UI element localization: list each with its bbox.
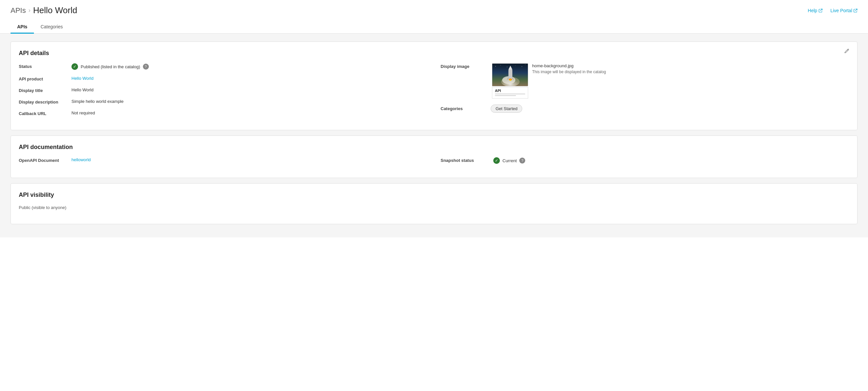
- breadcrumb-separator: ›: [28, 7, 30, 14]
- tabs-bar: APIs Categories: [0, 18, 868, 34]
- categories-label: Categories: [441, 106, 487, 111]
- svg-point-6: [525, 64, 525, 65]
- display-title-value: Hello World: [71, 87, 94, 92]
- image-overlay-title: API: [495, 89, 525, 93]
- svg-point-14: [509, 80, 512, 81]
- external-link-icon-2: [854, 8, 858, 12]
- display-image-label: Display image: [441, 63, 487, 69]
- display-title-label: Display title: [19, 87, 71, 93]
- status-help-icon[interactable]: ?: [143, 64, 149, 69]
- svg-rect-9: [508, 69, 513, 79]
- api-documentation-card: API documentation OpenAPI Document hello…: [10, 136, 858, 178]
- snapshot-status-label: Snapshot status: [441, 157, 493, 163]
- callback-url-label: Callback URL: [19, 110, 71, 116]
- status-row: Status ✓ Published (listed in the catalo…: [19, 63, 427, 70]
- api-product-row: API product Hello World: [19, 76, 427, 81]
- edit-icon[interactable]: [843, 49, 849, 56]
- breadcrumb: APIs › Hello World: [10, 5, 77, 16]
- image-overlay-line: [495, 94, 525, 94]
- api-details-card: API details Status ✓ Published (listed i…: [10, 41, 858, 130]
- display-description-label: Display description: [19, 99, 71, 105]
- snapshot-help-icon[interactable]: ?: [519, 158, 525, 164]
- top-links: Help Live Portal: [808, 8, 858, 13]
- openapi-doc-value[interactable]: helloworld: [71, 157, 91, 162]
- image-preview-container: API: [492, 63, 528, 99]
- category-tag[interactable]: Get Started: [491, 105, 522, 113]
- display-image-row: Display image: [441, 63, 849, 99]
- tab-apis[interactable]: APIs: [10, 21, 34, 34]
- image-overlay-line-2: [495, 95, 516, 96]
- status-value: Published (listed in the catalog): [81, 64, 140, 69]
- tab-categories[interactable]: Categories: [34, 21, 69, 34]
- api-product-label: API product: [19, 76, 71, 81]
- display-description-value: Simple hello world example: [71, 99, 123, 104]
- breadcrumb-root[interactable]: APIs: [10, 6, 26, 15]
- image-preview: [492, 63, 528, 86]
- api-product-value[interactable]: Hello World: [71, 76, 94, 81]
- image-meta: home-background.jpg This image will be d…: [532, 63, 606, 74]
- api-documentation-title: API documentation: [19, 144, 849, 151]
- display-title-row: Display title Hello World: [19, 87, 427, 93]
- snapshot-check-icon: ✓: [493, 157, 500, 164]
- image-filename: home-background.jpg: [532, 63, 606, 68]
- status-label: Status: [19, 63, 71, 69]
- breadcrumb-current: Hello World: [33, 5, 77, 16]
- svg-point-4: [515, 65, 516, 66]
- help-link[interactable]: Help: [808, 8, 823, 13]
- svg-point-3: [507, 66, 507, 67]
- openapi-doc-label: OpenAPI Document: [19, 157, 71, 163]
- display-description-row: Display description Simple hello world e…: [19, 99, 427, 105]
- callback-url-row: Callback URL Not required: [19, 110, 427, 116]
- callback-url-value: Not required: [71, 110, 95, 115]
- snapshot-status-row: Snapshot status ✓ Current ?: [441, 157, 849, 164]
- image-description: This image will be displayed in the cata…: [532, 69, 606, 74]
- svg-point-1: [495, 66, 496, 66]
- svg-point-5: [522, 66, 522, 67]
- openapi-doc-row: OpenAPI Document helloworld: [19, 157, 427, 163]
- live-portal-link[interactable]: Live Portal: [831, 8, 858, 13]
- snapshot-status-value: Current: [502, 158, 517, 163]
- visibility-row: Public (visible to anyone): [19, 205, 849, 210]
- api-visibility-title: API visibility: [19, 192, 849, 198]
- published-check-icon: ✓: [71, 63, 78, 70]
- categories-row: Categories Get Started: [441, 105, 849, 113]
- api-visibility-card: API visibility Public (visible to anyone…: [10, 183, 858, 224]
- visibility-value: Public (visible to anyone): [19, 205, 66, 210]
- image-overlay: API: [492, 87, 528, 99]
- api-details-title: API details: [19, 50, 849, 57]
- external-link-icon: [818, 8, 823, 12]
